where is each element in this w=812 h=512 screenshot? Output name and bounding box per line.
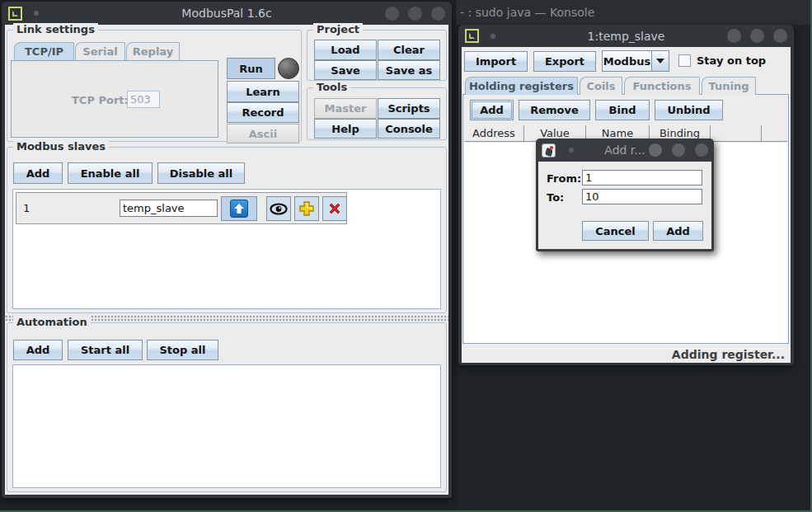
tools-group: Tools Master Scripts Help Console [307,87,447,140]
tab-replay[interactable]: Replay [126,42,180,60]
import-button[interactable]: Import [464,51,528,72]
clear-button[interactable]: Clear [378,40,440,60]
slave-name-input[interactable] [120,200,218,217]
dialog-cancel-button[interactable]: Cancel [582,221,649,241]
to-input[interactable] [582,189,702,204]
tools-title: Tools [313,81,350,93]
slave-window-titlebar[interactable]: 1:temp_slave [458,25,794,47]
register-add-button[interactable]: Add [470,100,514,120]
tcp-port-label: TCP Port: [72,94,129,106]
slaves-add-button[interactable]: Add [13,162,63,184]
modbus-slaves-title: Modbus slaves [13,140,109,153]
modbuspal-window: ModbusPal 1.6c Link settings TCP/IP Seri… [2,2,452,498]
help-button[interactable]: Help [314,119,377,139]
tab-coils[interactable]: Coils [580,77,622,95]
record-button[interactable]: Record [227,102,299,123]
start-all-button[interactable]: Start all [68,340,143,360]
ascii-button[interactable]: Ascii [227,124,299,143]
close-button[interactable] [431,7,445,21]
slave-duplicate-button[interactable] [294,196,319,221]
dialog-app-icon [542,143,556,157]
run-button[interactable]: Run [227,58,275,79]
dialog-body: From: To: Cancel Add [538,162,711,249]
register-unbind-button[interactable]: Unbind [655,100,723,120]
stay-on-top-checkbox[interactable] [678,54,691,67]
col-header-address[interactable]: Address [464,125,524,141]
console-button[interactable]: Console [378,119,440,139]
dialog-icon-dot [550,146,553,149]
slave-titlebar-dot-icon [490,34,495,39]
app-icon[interactable] [8,7,22,21]
maximize-button[interactable] [408,7,422,21]
minimize-button[interactable] [385,7,399,21]
slaves-list: 1 [12,189,441,309]
slave-maximize-button[interactable] [750,29,764,43]
up-arrow-icon [230,200,248,218]
run-led-icon [278,58,299,79]
add-registers-dialog: Add r... From: To: Cancel Add [536,139,714,251]
slave-app-icon[interactable] [465,29,479,43]
eye-icon [270,203,288,215]
slave-app-icon-glyph [469,33,475,39]
slave-id: 1 [23,202,30,214]
modbuspal-titlebar[interactable]: ModbusPal 1.6c [2,2,452,25]
plus-icon [298,200,316,218]
load-button[interactable]: Load [314,40,377,60]
app-icon-glyph [12,11,18,16]
to-label: To: [547,191,564,204]
register-remove-button[interactable]: Remove [519,100,590,120]
dialog-minimize-button[interactable] [649,143,662,157]
automation-add-button[interactable]: Add [13,340,63,360]
slave-view-button[interactable] [266,196,291,221]
project-group: Project Load Clear Save Save as [307,30,447,81]
modbus-slaves-group: Modbus slaves Add Enable all Disable all… [7,147,447,313]
stay-on-top-label: Stay on top [697,54,766,67]
dialog-maximize-button[interactable] [672,143,685,157]
project-title: Project [313,23,363,35]
export-button[interactable]: Export [533,51,596,72]
mode-combobox[interactable]: Modbus [602,50,669,72]
link-settings-group: Link settings TCP/IP Serial Replay TCP P… [7,30,302,142]
slave-minimize-button[interactable] [727,29,741,43]
dialog-titlebar-dot-icon [569,148,574,153]
slave-delete-button[interactable] [322,196,347,221]
stop-all-button[interactable]: Stop all [147,340,218,360]
tcpip-panel: TCP Port: [11,60,218,138]
mode-combobox-value: Modbus [603,55,651,68]
tab-holding-registers[interactable]: Holding registers [465,77,578,95]
learn-button[interactable]: Learn [227,81,299,102]
slave-close-button[interactable] [773,29,787,43]
chevron-down-icon [656,59,664,63]
dialog-close-button[interactable] [695,143,708,157]
from-input[interactable] [582,170,702,186]
slave-row[interactable]: 1 [16,192,347,224]
save-as-button[interactable]: Save as [378,60,440,80]
automation-group: Automation Add Start all Stop all [7,322,447,492]
konsole-title: - : sudo java — Konsole [460,6,594,19]
link-settings-title: Link settings [13,23,98,35]
automation-title: Automation [13,316,91,328]
disable-all-button[interactable]: Disable all [157,162,245,184]
enable-all-button[interactable]: Enable all [68,162,153,184]
dialog-add-button[interactable]: Add [653,221,703,241]
master-button[interactable]: Master [314,98,377,119]
save-button[interactable]: Save [314,60,377,80]
from-label: From: [547,172,581,185]
register-bind-button[interactable]: Bind [595,100,650,120]
dialog-titlebar[interactable]: Add r... [536,139,714,162]
delete-x-icon [326,200,343,217]
col-header-empty [711,125,762,141]
modbuspal-content: Link settings TCP/IP Serial Replay TCP P… [5,25,448,495]
tcp-port-input[interactable] [127,91,160,108]
slave-enable-toggle[interactable] [221,196,257,221]
status-text: Adding register... [672,348,785,361]
scripts-button[interactable]: Scripts [378,98,440,119]
automation-list [12,364,441,488]
slave-window: 1:temp_slave Import Export Modbus Stay o… [458,25,794,365]
konsole-titlebar[interactable]: - : sudo java — Konsole [456,0,810,25]
tab-tcpip[interactable]: TCP/IP [14,42,74,60]
tab-functions[interactable]: Functions [624,77,700,95]
tab-tuning[interactable]: Tuning [702,77,756,95]
tab-serial[interactable]: Serial [75,42,125,60]
combo-dropdown-button[interactable] [651,51,669,71]
